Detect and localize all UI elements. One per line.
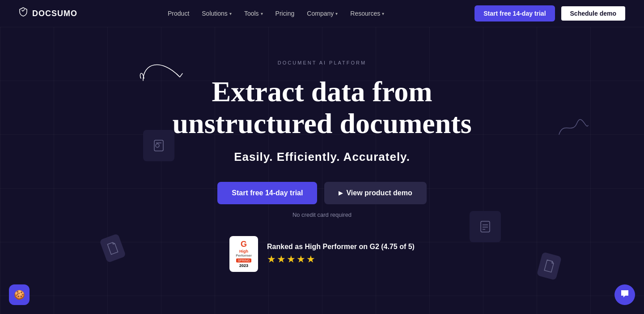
play-icon: ▶ — [339, 190, 343, 196]
wave-decoration — [555, 116, 590, 139]
g2-text: Ranked as High Performer on G2 (4.75 of … — [267, 243, 415, 265]
cookie-icon: 🍪 — [14, 289, 25, 300]
svg-rect-3 — [481, 221, 490, 232]
nav-item-tools[interactable]: Tools ▾ — [244, 10, 263, 17]
logo-icon — [18, 7, 29, 20]
no-credit-text: No credit card required — [172, 211, 471, 218]
nav-links: Product Solutions ▾ Tools ▾ Pricing Comp… — [168, 10, 384, 17]
nav-cta: Start free 14-day trial Schedule demo — [475, 5, 626, 22]
chat-fab-button[interactable] — [614, 284, 635, 305]
nav-item-product[interactable]: Product — [168, 10, 189, 17]
hero-demo-button[interactable]: ▶ View product demo — [324, 182, 426, 204]
nav-trial-button[interactable]: Start free 14-day trial — [475, 5, 555, 22]
nav-item-pricing[interactable]: Pricing — [275, 10, 295, 17]
float-doc-icon-2 — [470, 211, 501, 242]
logo[interactable]: DOCSUMO — [18, 7, 77, 20]
g2-letter: G — [241, 240, 247, 249]
hero-title: Extract data from unstructured documents — [172, 76, 471, 139]
float-paper-icon-2 — [537, 252, 562, 280]
g2-spring-label: SPRING — [236, 258, 252, 262]
g2-rank-text: Ranked as High Performer on G2 (4.75 of … — [267, 243, 415, 251]
hero-subtitle: Easily. Efficiently. Accurately. — [172, 150, 471, 164]
svg-point-1 — [156, 144, 159, 147]
nav-item-resources[interactable]: Resources ▾ — [350, 10, 384, 17]
hero-content: DOCUMENT AI PLATFORM Extract data from u… — [172, 60, 471, 272]
g2-badge: G High Performer SPRING 2023 — [229, 236, 258, 272]
hero-trial-button[interactable]: Start free 14-day trial — [217, 182, 317, 204]
g2-badge-area: G High Performer SPRING 2023 Ranked as H… — [172, 236, 471, 272]
chat-icon — [620, 289, 629, 301]
nav-item-company[interactable]: Company ▾ — [307, 10, 338, 17]
hero-section: DOCUMENT AI PLATFORM Extract data from u… — [0, 27, 644, 314]
float-doc-icon-1 — [143, 130, 174, 161]
nav-item-solutions[interactable]: Solutions ▾ — [202, 10, 232, 17]
nav-demo-button[interactable]: Schedule demo — [560, 5, 626, 22]
hero-buttons: Start free 14-day trial ▶ View product d… — [172, 182, 471, 204]
g2-year: 2023 — [239, 263, 248, 268]
navbar: DOCSUMO Product Solutions ▾ Tools ▾ Pric… — [0, 0, 644, 27]
g2-performer-label: Performer — [236, 254, 252, 258]
cookie-fab-button[interactable]: 🍪 — [9, 284, 30, 305]
logo-text: DOCSUMO — [32, 9, 77, 18]
g2-stars: ★★★★★ — [267, 254, 415, 265]
g2-high-label: High — [239, 249, 248, 254]
hero-eyebrow: DOCUMENT AI PLATFORM — [172, 60, 471, 65]
float-paper-icon-1 — [99, 233, 126, 263]
